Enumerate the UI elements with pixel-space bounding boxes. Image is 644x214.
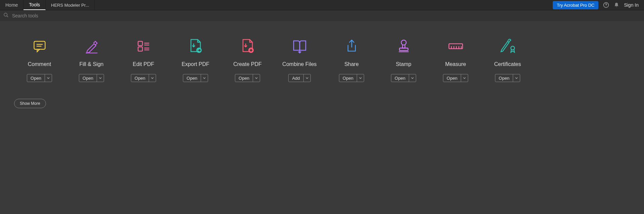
fill-sign-dropdown-button[interactable] [97,74,104,82]
create-pdf-dropdown-button[interactable] [253,74,260,82]
measure-dropdown-button[interactable] [461,74,468,82]
tool-create-pdf[interactable]: Create PDF Open [221,34,274,82]
comment-open-button[interactable]: Open [27,74,45,82]
fill-sign-open-button[interactable]: Open [79,74,97,82]
edit-pdf-open-button[interactable]: Open [131,74,149,82]
tool-label: Share [344,61,359,67]
measure-icon [448,34,464,58]
tool-label: Create PDF [233,61,261,67]
svg-rect-19 [449,44,462,49]
certificates-dropdown-button[interactable] [513,74,520,82]
help-icon[interactable] [603,2,609,8]
export-pdf-open-button[interactable]: Open [183,74,201,82]
try-acrobat-button[interactable]: Try Acrobat Pro DC [553,1,598,9]
svg-point-16 [401,40,406,45]
svg-line-3 [7,16,8,17]
tool-edit-pdf[interactable]: Edit PDF Open [117,34,169,82]
edit-pdf-icon [136,34,151,58]
combine-files-add-button[interactable]: Add [289,74,303,82]
svg-rect-4 [34,41,45,49]
comment-dropdown-button[interactable] [45,74,52,82]
edit-pdf-dropdown-button[interactable] [149,74,156,82]
combine-files-dropdown-button[interactable] [303,74,310,82]
certificates-icon [500,34,516,58]
top-bar: Home Tools HERS Modeler Pr... Try Acroba… [0,0,644,10]
fill-sign-icon [84,34,99,58]
stamp-icon [396,34,411,58]
tool-label: Export PDF [182,61,209,67]
stamp-dropdown-button[interactable] [409,74,416,82]
export-pdf-dropdown-button[interactable] [201,74,208,82]
svg-rect-9 [138,47,142,51]
tools-grid: Comment Open Fill & Sign Open Edit PDF O… [0,21,644,82]
tab-tools[interactable]: Tools [23,0,46,10]
tool-fill-sign[interactable]: Fill & Sign Open [65,34,117,82]
create-pdf-open-button[interactable]: Open [235,74,253,82]
tool-label: Combine Files [282,61,316,67]
tool-label: Edit PDF [133,61,154,67]
search-input[interactable] [12,13,146,18]
search-icon [3,12,12,19]
tool-label: Stamp [396,61,411,67]
sign-in-link[interactable]: Sign In [624,2,639,8]
comment-icon [32,34,47,58]
share-open-button[interactable]: Open [339,74,357,82]
bell-icon[interactable] [614,2,619,8]
tool-certificates[interactable]: Certificates Open [482,34,534,82]
tool-label: Fill & Sign [79,61,103,67]
svg-point-1 [606,6,606,6]
export-pdf-icon [188,34,204,58]
tool-label: Certificates [494,61,521,67]
tool-stamp[interactable]: Stamp Open [378,34,430,82]
stamp-open-button[interactable]: Open [391,74,409,82]
certificates-open-button[interactable]: Open [495,74,513,82]
share-icon [344,34,359,58]
search-bar [0,10,644,21]
create-pdf-icon [240,34,256,58]
svg-rect-8 [138,41,142,46]
tool-share[interactable]: Share Open [326,34,378,82]
tab-document[interactable]: HERS Modeler Pr... [46,0,95,10]
tab-bar: Home Tools HERS Modeler Pr... [0,0,95,10]
share-dropdown-button[interactable] [357,74,364,82]
svg-rect-17 [399,48,408,51]
tool-export-pdf[interactable]: Export PDF Open [169,34,221,82]
tab-home[interactable]: Home [0,0,23,10]
measure-open-button[interactable]: Open [443,74,461,82]
combine-files-icon [292,34,308,58]
svg-point-2 [4,13,7,16]
tool-comment[interactable]: Comment Open [13,34,65,82]
show-more-button[interactable]: Show More [14,99,46,108]
top-right-controls: Try Acrobat Pro DC Sign In [553,1,644,9]
tool-label: Measure [445,61,466,67]
tool-combine-files[interactable]: Combine Files Add [274,34,326,82]
tool-label: Comment [28,61,51,67]
tool-measure[interactable]: Measure Open [430,34,482,82]
